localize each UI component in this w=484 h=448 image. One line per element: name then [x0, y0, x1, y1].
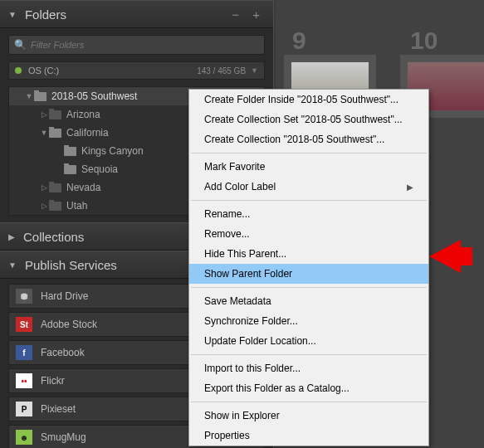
folder-icon	[49, 202, 61, 211]
menu-item-label: Export this Folder as a Catalog...	[204, 382, 350, 394]
section-title: Folders	[25, 7, 232, 22]
menu-item[interactable]: Save Metadata	[189, 291, 428, 311]
search-icon: 🔍	[14, 39, 27, 51]
menu-item-label: Create Folder Inside "2018-05 Southwest"…	[204, 94, 398, 105]
menu-item-label: Properties	[204, 430, 250, 441]
tree-arrow-icon[interactable]: ▷	[39, 202, 49, 210]
menu-separator	[191, 402, 427, 402]
service-icon: ⛃	[16, 289, 32, 304]
menu-item-label: Rename...	[204, 208, 250, 220]
tree-arrow-icon[interactable]: ▼	[39, 129, 49, 137]
menu-item[interactable]: Show Parent Folder	[189, 264, 428, 284]
service-label: SmugMug	[41, 431, 86, 443]
menu-item[interactable]: Update Folder Location...	[189, 331, 428, 351]
drive-status-icon	[15, 67, 22, 74]
filter-folders-input[interactable]: 🔍	[8, 35, 265, 55]
cell-number: 9	[292, 27, 306, 55]
plus-minus-icon[interactable]: − +	[232, 7, 265, 22]
service-icon: P	[16, 402, 32, 416]
drive-name: OS (C:)	[28, 66, 197, 75]
menu-item[interactable]: Create Folder Inside "2018-05 Southwest"…	[189, 90, 428, 110]
menu-item-label: Remove...	[204, 228, 250, 240]
cell-number: 10	[410, 27, 438, 55]
menu-item-label: Update Folder Location...	[204, 335, 316, 347]
chevron-down-icon: ▼	[8, 10, 17, 19]
menu-item-label: Create Collection Set "2018-05 Southwest…	[204, 114, 403, 125]
menu-item[interactable]: Add Color Label▶	[189, 177, 428, 197]
service-label: Flickr	[41, 375, 65, 387]
menu-separator	[191, 354, 427, 355]
menu-item[interactable]: Show in Explorer	[189, 406, 428, 426]
folder-icon	[49, 129, 61, 138]
service-icon: St	[16, 317, 32, 332]
folder-icon	[64, 147, 76, 156]
chevron-down-icon[interactable]: ▼	[251, 66, 258, 75]
menu-separator	[191, 200, 427, 201]
chevron-down-icon: ▼	[8, 261, 17, 270]
drive-stats: 143 / 465 GB	[197, 66, 246, 75]
menu-item-label: Mark Favorite	[204, 161, 265, 173]
menu-item[interactable]: Export this Folder as a Catalog...	[189, 378, 428, 398]
menu-separator	[191, 153, 427, 153]
menu-item-label: Synchronize Folder...	[204, 315, 298, 327]
menu-item-label: Save Metadata	[204, 295, 271, 307]
chevron-right-icon: ▶	[407, 183, 413, 192]
service-icon: f	[16, 345, 32, 360]
service-label: Pixieset	[41, 403, 76, 415]
tree-arrow-icon[interactable]: ▷	[39, 183, 49, 192]
filter-field[interactable]	[31, 40, 259, 50]
menu-item-label: Show Parent Folder	[204, 268, 292, 280]
menu-item-label: Add Color Label	[204, 181, 276, 192]
menu-item[interactable]: Properties	[189, 426, 428, 446]
menu-item[interactable]: Create Collection Set "2018-05 Southwest…	[189, 110, 428, 129]
menu-item[interactable]: Rename...	[189, 204, 428, 224]
drive-row[interactable]: OS (C:) 143 / 465 GB ▼	[8, 61, 265, 80]
menu-item[interactable]: Hide This Parent...	[189, 244, 428, 264]
menu-item-label: Show in Explorer	[204, 410, 280, 421]
menu-item[interactable]: Create Collection "2018-05 Southwest"...	[189, 129, 428, 149]
service-label: Adobe Stock	[41, 319, 97, 330]
folder-icon	[49, 183, 61, 192]
menu-separator	[191, 287, 427, 288]
service-icon: ☻	[16, 430, 32, 445]
menu-item-label: Hide This Parent...	[204, 248, 286, 260]
menu-item[interactable]: Import to this Folder...	[189, 358, 428, 378]
tree-arrow-icon[interactable]: ▷	[39, 110, 49, 119]
menu-item-label: Create Collection "2018-05 Southwest"...	[204, 134, 384, 145]
folder-icon	[64, 165, 76, 174]
service-label: Hard Drive	[41, 290, 88, 302]
context-menu: Create Folder Inside "2018-05 Southwest"…	[188, 89, 429, 446]
tree-arrow-icon[interactable]: ▼	[24, 92, 34, 100]
menu-item[interactable]: Mark Favorite	[189, 157, 428, 177]
folder-icon	[49, 110, 61, 119]
service-label: Facebook	[41, 347, 85, 358]
menu-item-label: Import to this Folder...	[204, 363, 301, 374]
chevron-right-icon: ▶	[8, 232, 15, 241]
arrow-annotation	[429, 240, 461, 273]
menu-item[interactable]: Synchronize Folder...	[189, 311, 428, 331]
service-icon: ••	[16, 373, 32, 388]
menu-item[interactable]: Remove...	[189, 224, 428, 244]
folder-icon	[34, 92, 46, 101]
folders-header[interactable]: ▼ Folders − +	[0, 0, 273, 28]
